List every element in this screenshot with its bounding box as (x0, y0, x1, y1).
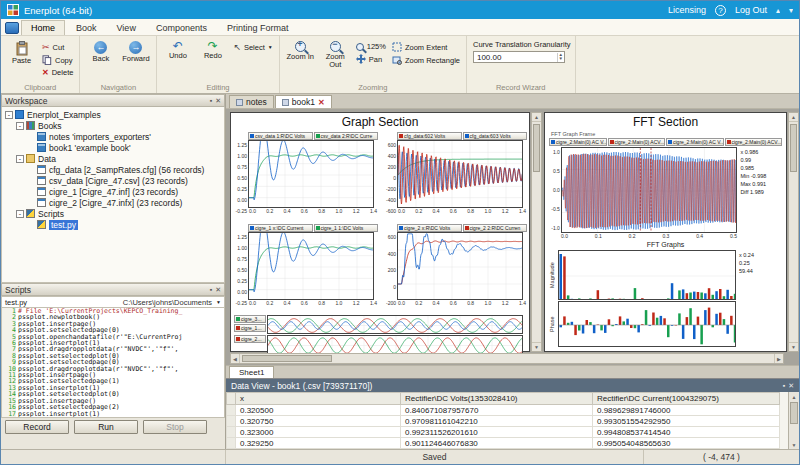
logout-button[interactable]: Log Out (735, 5, 767, 15)
tab-sheet1[interactable]: Sheet1 (229, 366, 274, 378)
close-icon[interactable]: ✕ (215, 97, 221, 105)
row-header[interactable] (227, 427, 236, 438)
ribbon-tab-components[interactable]: Components (147, 21, 216, 35)
fft-main-plot[interactable]: 1.00.50.0-0.5-1.0 x 0.9860.990.985Min -0… (549, 147, 782, 233)
run-button[interactable]: Run (74, 420, 138, 434)
tree-expander-icon[interactable]: - (5, 111, 13, 119)
scroll-up-icon[interactable]: ▲ (532, 113, 541, 122)
book-canvas[interactable]: Graph Section 1.251.000.750.500.250.00-0… (226, 109, 799, 365)
scroll-down-icon[interactable]: ▼ (789, 342, 798, 351)
scroll-thumb[interactable] (242, 355, 332, 362)
plot-canvas[interactable] (397, 232, 523, 300)
legend-tab[interactable]: cigre_2... (234, 335, 266, 343)
table-cell[interactable]: 0.320500 (236, 405, 401, 416)
tree-item[interactable]: -Enerplot_Examples (2, 109, 224, 120)
fft-magnitude-plot[interactable]: Magnitude x 0.240.2559.44 (549, 250, 782, 300)
legend-tab[interactable]: cigre_2:Main(0) ACV... (725, 138, 783, 146)
table-cell[interactable]: 0.329250 (236, 438, 401, 449)
copy-button[interactable]: Copy (40, 55, 75, 65)
delete-button[interactable]: ✕Delete (40, 68, 75, 77)
table-cell[interactable]: 0.840671087957670 (401, 405, 593, 416)
pin-icon[interactable]: ▪ (783, 382, 785, 390)
scroll-down-icon[interactable]: ▼ (789, 440, 799, 449)
scroll-thumb[interactable] (533, 124, 540, 172)
fft-section-scrollbar[interactable]: ▲ ▼ (788, 112, 799, 352)
fft-phase-plot[interactable]: Phase (549, 301, 782, 347)
plot-cigre-1[interactable]: 1.251.000.750.500.250.00-0.25cigre_1 x:\… (231, 222, 380, 314)
record-button[interactable]: Record (5, 420, 69, 434)
paste-button[interactable]: Paste (5, 38, 38, 83)
redo-button[interactable]: ↷Redo (196, 38, 229, 83)
script-code[interactable]: 1# File 'E:\CurrentProjects\KEPCO_Traini… (1, 308, 225, 418)
tree-item[interactable]: -Scripts (2, 208, 224, 219)
legend-tab[interactable]: cigre_2 x:R\DC Volts (397, 224, 462, 232)
zoom-percent-button[interactable]: 125% (354, 42, 388, 51)
app-menu-button[interactable] (5, 22, 19, 34)
legend-tab[interactable]: csv_data 2:R\DC Curre (314, 132, 379, 140)
row-header[interactable] (227, 405, 236, 416)
select-button[interactable]: ↖Select▼ (231, 42, 274, 52)
data-view-scrollbar[interactable]: ▲ ▼ (788, 392, 799, 449)
column-header[interactable]: Rectifier\DC Volts(1353028410) (401, 393, 593, 405)
ribbon-tab-printing-format[interactable]: Printing Format (218, 21, 298, 35)
tree-item[interactable]: notes 'importers_exporters' (2, 131, 224, 142)
chevron-down-icon[interactable]: ▼ (216, 299, 221, 305)
scroll-down-icon[interactable]: ▼ (532, 342, 541, 351)
fft-magnitude-canvas[interactable] (558, 250, 736, 300)
tree-item[interactable]: test.py (2, 219, 224, 230)
table-cell[interactable]: 0.995054048565630 (593, 438, 780, 449)
scroll-up-icon[interactable]: ▲ (789, 392, 799, 401)
table-cell[interactable]: 0.901124646076830 (401, 438, 593, 449)
scroll-thumb[interactable] (790, 402, 798, 424)
ribbon-tab-view[interactable]: View (108, 21, 145, 35)
tab-book1[interactable]: book1 ✕ (275, 95, 332, 108)
tree-expander-icon[interactable]: - (16, 122, 24, 130)
zoom-extent-button[interactable]: Zoom Extent (390, 42, 462, 52)
help-icon[interactable]: ? (715, 5, 726, 16)
close-icon[interactable]: ✕ (788, 382, 794, 390)
table-cell[interactable]: 0.320750 (236, 416, 401, 427)
zoom-in-button[interactable]: +Zoom In (284, 38, 317, 83)
strip-canvas[interactable] (267, 315, 523, 334)
legend-tab[interactable]: cigre_1 x:\DC Current (248, 224, 313, 232)
tab-notes[interactable]: notes (229, 95, 274, 108)
legend-tab[interactable]: csv_data 1:R\DC Volts (248, 132, 313, 140)
legend-tab[interactable]: cigre_3... (234, 315, 266, 323)
tree-item[interactable]: -Books (2, 120, 224, 131)
licensing-button[interactable]: Licensing (668, 5, 706, 15)
tree-item[interactable]: book1 'example book' (2, 142, 224, 153)
table-cell[interactable]: 0.993051554292950 (593, 416, 780, 427)
graph-section-scrollbar[interactable]: ▲ ▼ (531, 112, 542, 352)
table-cell[interactable]: 0.992311526201610 (401, 427, 593, 438)
close-icon[interactable]: ✕ (215, 286, 221, 294)
tree-expander-icon[interactable]: - (16, 155, 24, 163)
book-horizontal-scrollbar[interactable]: ◀ ▶ (230, 353, 784, 364)
tree-item[interactable]: cfg_data [2_SampRates.cfg] (56 records) (2, 164, 224, 175)
zoom-rectangle-button[interactable]: Zoom Rectangle (390, 55, 462, 65)
plot-cfg-data[interactable]: 6004002000-200-400-600cfg_data:602 Volts… (380, 130, 529, 222)
scroll-right-icon[interactable]: ▶ (774, 354, 783, 363)
strip-plots[interactable]: cigre_3...cigre_1...cigre_2... (231, 314, 529, 356)
collapse-ribbon-icon[interactable]: ▴ (776, 6, 780, 15)
spinner-icons[interactable]: ▲▼ (557, 53, 564, 62)
row-header[interactable] (227, 416, 236, 427)
legend-tab[interactable]: cigre_2:Main(0) AC V... (549, 138, 607, 146)
tree-expander-icon[interactable]: - (16, 210, 24, 218)
tree-item[interactable]: csv_data [Cigre_47.csv] (23 records) (2, 175, 224, 186)
table-cell[interactable]: 0.970981161042210 (401, 416, 593, 427)
pin-icon[interactable]: ▪ (210, 97, 212, 105)
script-file-name[interactable]: test.py (5, 298, 27, 307)
plot-canvas[interactable] (397, 140, 523, 208)
legend-tab[interactable]: cfg_data:603 Volts (463, 132, 528, 140)
fft-main-canvas[interactable] (561, 147, 737, 233)
column-header[interactable]: Rectifier\DC Current(1004329075) (593, 393, 780, 405)
legend-tab[interactable]: cigre_2:Main(0) ACV... (608, 138, 666, 146)
pin-icon[interactable]: ▪ (210, 286, 212, 294)
back-button[interactable]: ←Back (84, 38, 117, 83)
legend-tab[interactable]: cigre_1... (234, 324, 266, 332)
ribbon-tab-book[interactable]: Book (67, 21, 106, 35)
strip-plot[interactable]: cigre_2... (234, 335, 526, 354)
column-header[interactable]: x (236, 393, 401, 405)
fft-phase-canvas[interactable] (558, 301, 736, 347)
scroll-left-icon[interactable]: ◀ (231, 354, 240, 363)
